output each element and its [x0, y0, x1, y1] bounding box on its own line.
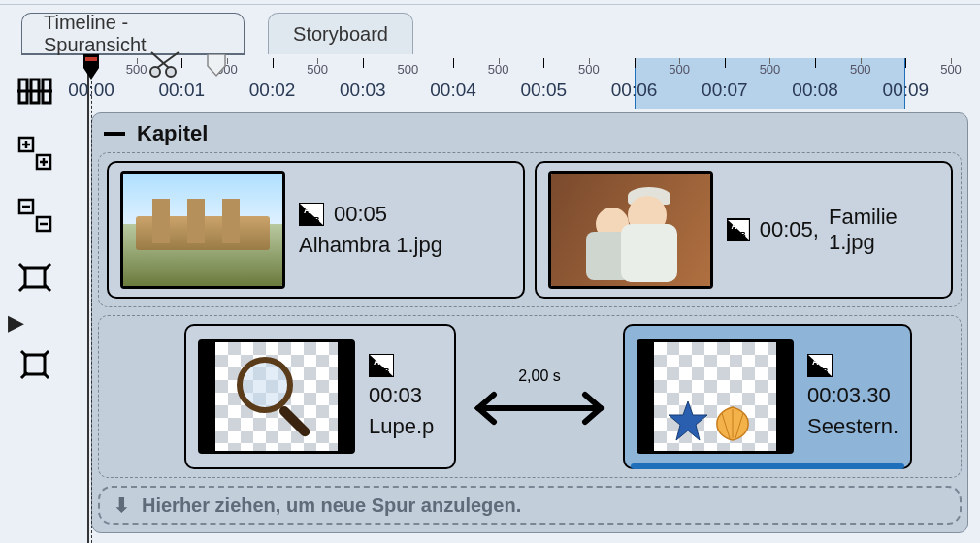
svg-text:A: A: [732, 222, 737, 231]
svg-point-26: [166, 67, 176, 77]
ruler-major-label: 00:04: [430, 80, 476, 101]
svg-rect-19: [25, 355, 45, 374]
ruler-minor-label: 500: [578, 62, 600, 77]
split-tracks-button[interactable]: [14, 72, 56, 111]
clip-seestern[interactable]: AB 00:03.30 Seestern.: [623, 324, 912, 469]
ruler-minor-label: 500: [488, 62, 509, 77]
svg-point-33: [240, 360, 290, 410]
svg-point-25: [150, 67, 160, 77]
tab-storyboard[interactable]: Storyboard: [268, 13, 413, 55]
svg-line-18: [45, 285, 50, 291]
transition-icon: AB: [727, 218, 750, 241]
clip-filename: Familie 1.jpg: [829, 205, 939, 255]
thumbnail: [120, 171, 285, 289]
ruler-major-label: 00:05: [521, 80, 568, 101]
arrow-down-icon: ⬇: [114, 494, 130, 517]
zoom-out-both-button[interactable]: [14, 196, 56, 235]
thumbnail: [548, 171, 713, 289]
clip-duration: 00:03: [369, 383, 434, 408]
new-track-dropzone[interactable]: ⬇ Hierher ziehen, um neue Spur anzulegen…: [98, 486, 962, 525]
clip-filename: Seestern.: [807, 414, 898, 439]
ruler-major-label: 00:01: [158, 80, 205, 101]
gap-duration: 2,00 s: [518, 367, 561, 385]
track-divider: [87, 54, 89, 543]
ruler-minor-label: 500: [307, 62, 328, 77]
svg-line-15: [19, 264, 25, 270]
svg-line-23: [43, 372, 49, 378]
svg-line-16: [45, 264, 50, 270]
out-marker-icon[interactable]: [206, 54, 227, 81]
svg-text:A: A: [374, 357, 380, 367]
dropzone-label: Hierher ziehen, um neue Spur anzulegen.: [142, 495, 521, 517]
tab-timeline[interactable]: Timeline - Spuransicht: [21, 13, 245, 55]
ruler-minor-label: 500: [760, 62, 781, 77]
collapse-icon[interactable]: [104, 132, 125, 136]
svg-text:B: B: [740, 231, 746, 240]
clip-gap[interactable]: 2,00 s: [456, 324, 623, 469]
ruler-minor-label: 500: [398, 62, 419, 77]
svg-text:B: B: [383, 367, 390, 376]
clip-filename: Lupe.p: [369, 414, 434, 439]
clip-lupe[interactable]: AB 00:03 Lupe.p: [184, 324, 456, 469]
thumbnail: [637, 339, 794, 454]
svg-text:B: B: [313, 215, 320, 225]
svg-marker-38: [669, 401, 707, 440]
transition-icon: AB: [807, 354, 833, 377]
transition-icon: AB: [369, 354, 394, 377]
svg-rect-24: [85, 57, 97, 61]
tab-bar: Timeline - Spuransicht Storyboard: [0, 4, 980, 56]
fit-width-button[interactable]: [14, 258, 56, 297]
ruler-major-label: 00:02: [249, 80, 296, 101]
clip-duration: 00:05: [334, 202, 387, 227]
svg-line-22: [21, 372, 27, 378]
chapter-container: Kapitel AB 00:05 Alhambra 1.jpg: [91, 112, 968, 533]
svg-text:B: B: [822, 367, 829, 376]
track-1[interactable]: AB 00:05 Alhambra 1.jpg AB 00:05, Famili…: [98, 152, 962, 307]
clip-filename: Alhambra 1.jpg: [299, 233, 442, 258]
track-2[interactable]: AB 00:03 Lupe.p 2,00 s: [98, 315, 962, 478]
ruler-minor-label: 500: [669, 62, 690, 77]
ruler-major-label: 00:03: [340, 80, 386, 101]
svg-rect-14: [25, 268, 45, 287]
svg-rect-34: [278, 404, 311, 438]
ruler-major-label: 00:07: [702, 80, 748, 101]
play-icon: ▶: [8, 310, 24, 335]
fit-all-button[interactable]: [14, 345, 56, 384]
clip-duration: 00:03.30: [807, 383, 898, 408]
ruler-minor-label: 500: [940, 62, 962, 77]
zoom-in-both-button[interactable]: [14, 134, 56, 173]
chapter-header[interactable]: Kapitel: [98, 119, 962, 152]
gap-arrow-icon: [467, 391, 612, 426]
clip-familie[interactable]: AB 00:05, Familie 1.jpg: [535, 161, 953, 299]
timeline-area: 00:0050000:0150000:0250000:0350000:04500…: [70, 54, 980, 543]
svg-text:A: A: [812, 357, 819, 367]
ruler-major-label: 00:06: [611, 80, 658, 101]
chapter-title: Kapitel: [137, 121, 208, 146]
clip-duration: 00:05,: [760, 217, 819, 242]
clip-alhambra[interactable]: AB 00:05 Alhambra 1.jpg: [107, 161, 525, 299]
svg-line-20: [21, 351, 27, 357]
svg-line-17: [19, 285, 25, 291]
scissors-icon[interactable]: [149, 50, 182, 81]
svg-text:A: A: [304, 206, 310, 215]
svg-line-21: [43, 351, 49, 357]
left-toolbar: ▶: [0, 54, 70, 543]
ruler-major-label: 00:08: [792, 80, 838, 101]
ruler-minor-label: 500: [850, 62, 871, 77]
transition-icon: AB: [299, 203, 324, 226]
ruler-major-label: 00:09: [883, 80, 930, 101]
ruler-minor-label: 500: [126, 62, 147, 77]
thumbnail: [198, 339, 355, 454]
